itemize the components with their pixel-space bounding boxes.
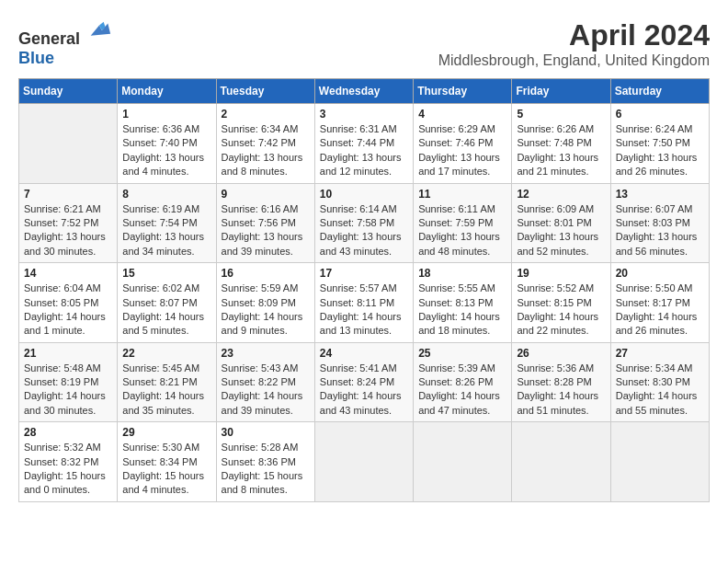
day-number: 19	[517, 267, 605, 280]
weekday-header: Sunday	[19, 79, 118, 104]
day-info: Sunrise: 6:04 AM Sunset: 8:05 PM Dayligh…	[24, 282, 112, 339]
day-info: Sunrise: 5:50 AM Sunset: 8:17 PM Dayligh…	[616, 282, 704, 339]
calendar-week-row: 14Sunrise: 6:04 AM Sunset: 8:05 PM Dayli…	[19, 263, 710, 343]
day-info: Sunrise: 5:36 AM Sunset: 8:28 PM Dayligh…	[517, 362, 605, 419]
calendar-cell: 27Sunrise: 5:34 AM Sunset: 8:30 PM Dayli…	[610, 342, 709, 422]
calendar-cell: 30Sunrise: 5:28 AM Sunset: 8:36 PM Dayli…	[216, 422, 314, 502]
logo-bird-icon	[86, 18, 112, 44]
calendar-cell: 25Sunrise: 5:39 AM Sunset: 8:26 PM Dayli…	[414, 342, 512, 422]
day-info: Sunrise: 5:28 AM Sunset: 8:36 PM Dayligh…	[222, 441, 310, 498]
calendar-cell: 9Sunrise: 6:16 AM Sunset: 7:56 PM Daylig…	[216, 183, 314, 263]
calendar-cell: 1Sunrise: 6:36 AM Sunset: 7:40 PM Daylig…	[118, 104, 216, 184]
month-title: April 2024	[438, 18, 710, 52]
day-info: Sunrise: 6:02 AM Sunset: 8:07 PM Dayligh…	[122, 282, 210, 339]
day-number: 27	[616, 347, 704, 360]
logo-general: General	[18, 29, 80, 48]
day-number: 5	[517, 108, 605, 121]
weekday-header: Tuesday	[216, 79, 314, 104]
day-number: 22	[122, 347, 210, 360]
day-number: 29	[122, 426, 210, 439]
weekday-header: Thursday	[414, 79, 512, 104]
day-info: Sunrise: 6:34 AM Sunset: 7:42 PM Dayligh…	[222, 122, 310, 179]
day-number: 1	[122, 108, 210, 121]
day-info: Sunrise: 6:16 AM Sunset: 7:56 PM Dayligh…	[222, 202, 310, 259]
day-number: 7	[24, 188, 112, 201]
day-info: Sunrise: 6:26 AM Sunset: 7:48 PM Dayligh…	[517, 122, 605, 179]
logo-blue: Blue	[18, 49, 54, 67]
day-number: 14	[24, 267, 112, 280]
day-number: 20	[616, 267, 704, 280]
day-info: Sunrise: 5:39 AM Sunset: 8:26 PM Dayligh…	[418, 362, 506, 419]
day-info: Sunrise: 5:41 AM Sunset: 8:24 PM Dayligh…	[320, 362, 408, 419]
day-number: 26	[517, 347, 605, 360]
calendar-week-row: 21Sunrise: 5:48 AM Sunset: 8:19 PM Dayli…	[19, 342, 710, 422]
day-info: Sunrise: 5:34 AM Sunset: 8:30 PM Dayligh…	[616, 362, 704, 419]
weekday-header: Friday	[512, 79, 610, 104]
day-number: 25	[418, 347, 506, 360]
calendar-week-row: 28Sunrise: 5:32 AM Sunset: 8:32 PM Dayli…	[19, 422, 710, 502]
day-number: 12	[517, 188, 605, 201]
calendar-cell: 15Sunrise: 6:02 AM Sunset: 8:07 PM Dayli…	[118, 263, 216, 343]
day-number: 30	[222, 426, 310, 439]
calendar-cell: 23Sunrise: 5:43 AM Sunset: 8:22 PM Dayli…	[216, 342, 314, 422]
day-number: 11	[418, 188, 506, 201]
day-number: 3	[320, 108, 408, 121]
calendar-cell	[414, 422, 512, 502]
calendar-cell: 22Sunrise: 5:45 AM Sunset: 8:21 PM Dayli…	[118, 342, 216, 422]
calendar-cell: 21Sunrise: 5:48 AM Sunset: 8:19 PM Dayli…	[19, 342, 118, 422]
calendar-cell	[512, 422, 610, 502]
calendar-cell: 8Sunrise: 6:19 AM Sunset: 7:54 PM Daylig…	[118, 183, 216, 263]
day-info: Sunrise: 5:32 AM Sunset: 8:32 PM Dayligh…	[24, 441, 112, 498]
calendar-cell: 2Sunrise: 6:34 AM Sunset: 7:42 PM Daylig…	[216, 104, 314, 184]
day-info: Sunrise: 5:43 AM Sunset: 8:22 PM Dayligh…	[222, 362, 310, 419]
logo: General Blue	[18, 18, 112, 68]
day-info: Sunrise: 6:11 AM Sunset: 7:59 PM Dayligh…	[418, 202, 506, 259]
day-info: Sunrise: 6:14 AM Sunset: 7:58 PM Dayligh…	[320, 202, 408, 259]
page-header: General Blue April 2024 Middlesbrough, E…	[18, 18, 710, 69]
day-number: 18	[418, 267, 506, 280]
weekday-header: Wednesday	[314, 79, 413, 104]
day-info: Sunrise: 6:29 AM Sunset: 7:46 PM Dayligh…	[418, 122, 506, 179]
calendar-cell: 16Sunrise: 5:59 AM Sunset: 8:09 PM Dayli…	[216, 263, 314, 343]
day-info: Sunrise: 6:19 AM Sunset: 7:54 PM Dayligh…	[122, 202, 210, 259]
calendar-cell: 12Sunrise: 6:09 AM Sunset: 8:01 PM Dayli…	[512, 183, 610, 263]
calendar-week-row: 1Sunrise: 6:36 AM Sunset: 7:40 PM Daylig…	[19, 104, 710, 184]
calendar-week-row: 7Sunrise: 6:21 AM Sunset: 7:52 PM Daylig…	[19, 183, 710, 263]
day-info: Sunrise: 6:09 AM Sunset: 8:01 PM Dayligh…	[517, 202, 605, 259]
day-number: 4	[418, 108, 506, 121]
day-number: 28	[24, 426, 112, 439]
weekday-header: Saturday	[610, 79, 709, 104]
calendar-cell: 13Sunrise: 6:07 AM Sunset: 8:03 PM Dayli…	[610, 183, 709, 263]
day-number: 17	[320, 267, 408, 280]
logo-text: General Blue	[18, 18, 112, 68]
day-number: 6	[616, 108, 704, 121]
day-info: Sunrise: 6:36 AM Sunset: 7:40 PM Dayligh…	[122, 122, 210, 179]
calendar-cell: 10Sunrise: 6:14 AM Sunset: 7:58 PM Dayli…	[314, 183, 413, 263]
calendar-table: SundayMondayTuesdayWednesdayThursdayFrid…	[18, 78, 710, 502]
day-info: Sunrise: 5:30 AM Sunset: 8:34 PM Dayligh…	[122, 441, 210, 498]
day-info: Sunrise: 6:07 AM Sunset: 8:03 PM Dayligh…	[616, 202, 704, 259]
calendar-cell	[314, 422, 413, 502]
calendar-header-row: SundayMondayTuesdayWednesdayThursdayFrid…	[19, 79, 710, 104]
calendar-cell: 4Sunrise: 6:29 AM Sunset: 7:46 PM Daylig…	[414, 104, 512, 184]
day-number: 10	[320, 188, 408, 201]
calendar-cell: 28Sunrise: 5:32 AM Sunset: 8:32 PM Dayli…	[19, 422, 118, 502]
day-number: 9	[222, 188, 310, 201]
day-info: Sunrise: 6:24 AM Sunset: 7:50 PM Dayligh…	[616, 122, 704, 179]
calendar-cell: 20Sunrise: 5:50 AM Sunset: 8:17 PM Dayli…	[610, 263, 709, 343]
title-block: April 2024 Middlesbrough, England, Unite…	[438, 18, 710, 69]
day-number: 8	[122, 188, 210, 201]
day-info: Sunrise: 5:55 AM Sunset: 8:13 PM Dayligh…	[418, 282, 506, 339]
day-info: Sunrise: 5:45 AM Sunset: 8:21 PM Dayligh…	[122, 362, 210, 419]
day-number: 16	[222, 267, 310, 280]
calendar-cell: 11Sunrise: 6:11 AM Sunset: 7:59 PM Dayli…	[414, 183, 512, 263]
location-title: Middlesbrough, England, United Kingdom	[438, 52, 710, 69]
calendar-cell: 26Sunrise: 5:36 AM Sunset: 8:28 PM Dayli…	[512, 342, 610, 422]
day-number: 24	[320, 347, 408, 360]
calendar-cell	[610, 422, 709, 502]
day-number: 2	[222, 108, 310, 121]
calendar-cell: 17Sunrise: 5:57 AM Sunset: 8:11 PM Dayli…	[314, 263, 413, 343]
day-number: 13	[616, 188, 704, 201]
calendar-cell: 29Sunrise: 5:30 AM Sunset: 8:34 PM Dayli…	[118, 422, 216, 502]
day-info: Sunrise: 5:52 AM Sunset: 8:15 PM Dayligh…	[517, 282, 605, 339]
